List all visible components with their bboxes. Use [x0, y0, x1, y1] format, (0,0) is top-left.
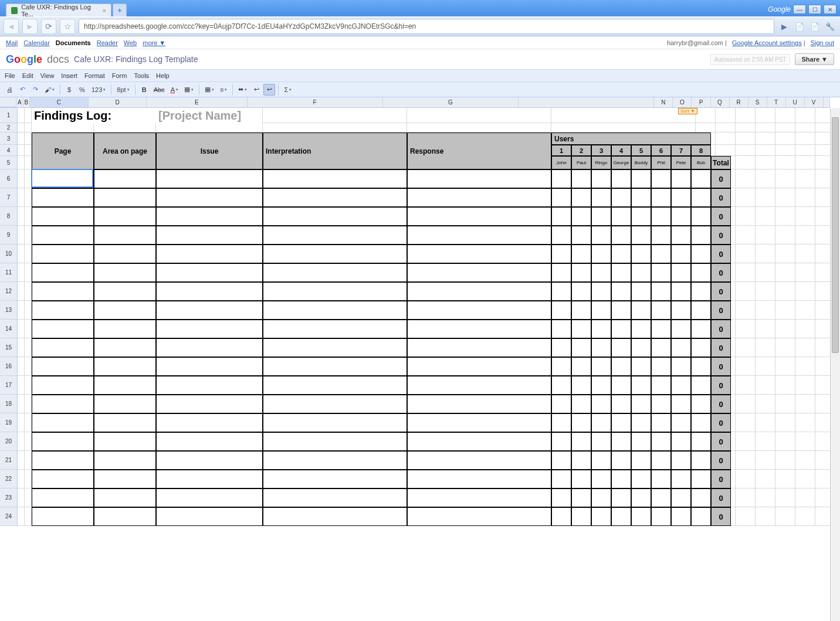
cell-area-17[interactable] [94, 470, 156, 488]
cell-user2-18[interactable] [571, 488, 591, 507]
cell-page-6[interactable] [32, 263, 94, 282]
menu-help[interactable]: Help [156, 72, 170, 79]
cell-user4-6[interactable] [611, 263, 631, 282]
cell-area-11[interactable] [94, 357, 156, 376]
cell-user3-19[interactable] [591, 507, 611, 526]
th-user-name-george[interactable]: George [611, 156, 631, 169]
cell-user2-5[interactable] [571, 245, 591, 263]
gbar-link-reader[interactable]: Reader [97, 39, 118, 46]
cell-user2-15[interactable] [571, 432, 591, 451]
cell-area-13[interactable] [94, 395, 156, 413]
th-user-name-ringo[interactable]: Ringo [591, 156, 611, 169]
cell-user6-9[interactable] [651, 320, 671, 338]
text-color-button[interactable]: A [168, 84, 181, 96]
col-header-R[interactable]: R [730, 97, 748, 107]
cell-interp-15[interactable] [263, 432, 407, 451]
close-tab-icon[interactable]: × [103, 7, 106, 14]
cell-interp-1[interactable] [263, 169, 407, 188]
cell-interp-19[interactable] [263, 507, 407, 526]
cell-total-16[interactable]: 0 [711, 451, 731, 470]
col-header-G[interactable]: G [383, 97, 519, 107]
cell-total-12[interactable]: 0 [711, 376, 731, 395]
row-header-16[interactable]: 16 [0, 357, 18, 376]
row-header-21[interactable]: 21 [0, 451, 18, 470]
cell-response-12[interactable] [407, 376, 551, 395]
cell-user5-16[interactable] [631, 451, 651, 470]
cell-area-5[interactable] [94, 245, 156, 263]
cell-page-16[interactable] [32, 451, 94, 470]
cell-user5-5[interactable] [631, 245, 651, 263]
cell-user1-3[interactable] [551, 207, 571, 226]
cell-user2-2[interactable] [571, 188, 591, 207]
url-input[interactable]: http://spreadsheets.google.com/ccc?key=0… [79, 19, 774, 34]
cell-area-8[interactable] [94, 301, 156, 320]
menu-view[interactable]: View [40, 72, 55, 79]
cell-interp-9[interactable] [263, 320, 407, 338]
cell-area-6[interactable] [94, 263, 156, 282]
cell-total-19[interactable]: 0 [711, 507, 731, 526]
vertical-scrollbar[interactable] [830, 108, 840, 621]
cell-user6-19[interactable] [651, 507, 671, 526]
cell-user5-6[interactable] [631, 263, 651, 282]
wrap-on-button[interactable]: ↩ [263, 84, 275, 96]
cell-user5-9[interactable] [631, 320, 651, 338]
th-user-name-buddy[interactable]: Buddy [631, 156, 651, 169]
cell-user8-12[interactable] [691, 376, 711, 395]
cell-area-10[interactable] [94, 338, 156, 357]
cell-user8-6[interactable] [691, 263, 711, 282]
cell-user5-12[interactable] [631, 376, 651, 395]
cell-user6-1[interactable] [651, 169, 671, 188]
cell-issue-2[interactable] [156, 188, 263, 207]
cell-user3-13[interactable] [591, 395, 611, 413]
page-menu-icon[interactable]: 📄 [793, 20, 806, 33]
cell-response-17[interactable] [407, 470, 551, 488]
cell-issue-9[interactable] [156, 320, 263, 338]
col-header-blank[interactable] [519, 97, 654, 107]
strike-button[interactable]: Abc [151, 84, 167, 96]
cell-user8-5[interactable] [691, 245, 711, 263]
cell-user2-12[interactable] [571, 376, 591, 395]
cell-user3-12[interactable] [591, 376, 611, 395]
cell-user4-19[interactable] [611, 507, 631, 526]
gbar-link-more ▼[interactable]: more ▼ [143, 39, 165, 46]
cell-total-9[interactable]: 0 [711, 320, 731, 338]
cell-user2-8[interactable] [571, 301, 591, 320]
row-header-3[interactable]: 3 [0, 133, 18, 145]
cell-user3-17[interactable] [591, 470, 611, 488]
sort-badge[interactable]: Sort ▼ [678, 108, 697, 114]
cell-user5-8[interactable] [631, 301, 651, 320]
cell-response-6[interactable] [407, 263, 551, 282]
cell-user7-12[interactable] [671, 376, 691, 395]
cell-response-15[interactable] [407, 432, 551, 451]
row-header-2[interactable]: 2 [0, 123, 18, 133]
cell-interp-3[interactable] [263, 207, 407, 226]
cell-user1-5[interactable] [551, 245, 571, 263]
cell-page-7[interactable] [32, 282, 94, 301]
row-header-11[interactable]: 11 [0, 263, 18, 282]
cell-user7-10[interactable] [671, 338, 691, 357]
cell-user2-1[interactable] [571, 169, 591, 188]
cell-user2-4[interactable] [571, 226, 591, 245]
cell-user2-17[interactable] [571, 470, 591, 488]
cell-user4-9[interactable] [611, 320, 631, 338]
cell-user2-6[interactable] [571, 263, 591, 282]
cell-user3-10[interactable] [591, 338, 611, 357]
menu-form[interactable]: Form [112, 72, 127, 79]
cell-total-5[interactable]: 0 [711, 245, 731, 263]
cell-area-15[interactable] [94, 432, 156, 451]
row-header-9[interactable]: 9 [0, 226, 18, 245]
cell-response-1[interactable] [407, 169, 551, 188]
menu-file[interactable]: File [5, 72, 15, 79]
gbar-link-calendar[interactable]: Calendar [23, 39, 50, 46]
cell-interp-14[interactable] [263, 413, 407, 432]
cell-interp-5[interactable] [263, 245, 407, 263]
cell-issue-19[interactable] [156, 507, 263, 526]
number-format-button[interactable]: 123 [89, 84, 108, 96]
cell-interp-11[interactable] [263, 357, 407, 376]
cell-issue-11[interactable] [156, 357, 263, 376]
font-size-button[interactable]: 8pt [114, 84, 131, 96]
merge-button[interactable]: ⬌ [236, 84, 249, 96]
cell-user6-14[interactable] [651, 413, 671, 432]
page-menu-2-icon[interactable]: 📄 [808, 20, 821, 33]
menu-format[interactable]: Format [84, 72, 105, 79]
